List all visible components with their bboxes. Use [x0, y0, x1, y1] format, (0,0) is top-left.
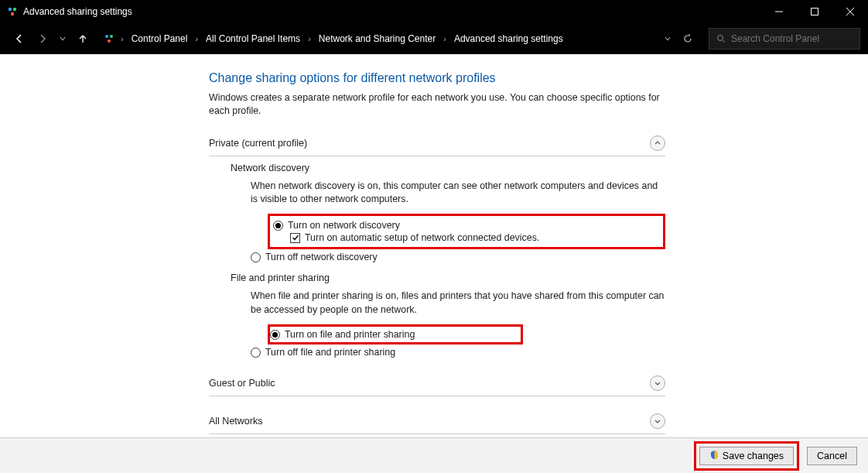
collapse-button[interactable]: [650, 135, 665, 151]
svg-rect-4: [812, 9, 818, 15]
highlight-box: Turn on file and printer sharing: [268, 324, 523, 344]
radio-icon: [273, 221, 283, 231]
radio-discovery-off[interactable]: Turn off network discovery: [251, 251, 665, 263]
breadcrumb-item[interactable]: Advanced sharing settings: [451, 32, 566, 46]
highlight-box: Turn on network discovery Turn on automa…: [268, 214, 665, 249]
window-title: Advanced sharing settings: [23, 6, 132, 17]
save-changes-button[interactable]: Save changes: [699, 447, 794, 465]
expand-button[interactable]: [650, 413, 665, 429]
shield-icon: [709, 450, 719, 462]
back-button[interactable]: [11, 30, 28, 47]
forward-button[interactable]: [34, 30, 51, 47]
profile-guest-header[interactable]: Guest or Public: [209, 372, 665, 396]
svg-point-2: [11, 12, 14, 15]
radio-icon: [270, 330, 280, 340]
search-icon: [714, 32, 728, 46]
search-input[interactable]: [731, 33, 855, 44]
radio-label: Turn on file and printer sharing: [285, 329, 415, 340]
profile-all-title: All Networks: [209, 416, 262, 427]
svg-point-9: [108, 39, 111, 43]
radio-icon: [251, 252, 261, 262]
up-button[interactable]: [74, 30, 91, 47]
chevron-right-icon: ›: [119, 34, 125, 43]
svg-point-7: [105, 35, 108, 38]
file-printer-title: File and printer sharing: [231, 272, 665, 283]
radio-discovery-on[interactable]: Turn on network discovery: [273, 219, 660, 231]
profile-all-header[interactable]: All Networks: [209, 410, 665, 434]
navigation-bar: › Control Panel › All Control Panel Item…: [0, 23, 868, 54]
chevron-right-icon: ›: [442, 34, 448, 43]
file-printer-section: File and printer sharing When file and p…: [231, 272, 665, 358]
app-icon: [6, 5, 19, 18]
svg-point-10: [718, 35, 723, 40]
checkbox-auto-setup[interactable]: Turn on automatic setup of network conne…: [290, 231, 660, 244]
cancel-button[interactable]: Cancel: [807, 447, 857, 465]
svg-line-11: [723, 40, 725, 43]
expand-button[interactable]: [650, 375, 665, 391]
radio-fileprint-off[interactable]: Turn off file and printer sharing: [251, 346, 665, 358]
page-heading: Change sharing options for different net…: [209, 71, 665, 85]
svg-point-1: [13, 8, 16, 11]
highlight-box: Save changes: [694, 441, 799, 471]
profile-guest-title: Guest or Public: [209, 378, 275, 389]
window-titlebar: Advanced sharing settings: [0, 0, 868, 23]
svg-point-8: [110, 35, 113, 38]
button-label: Save changes: [723, 451, 784, 461]
breadcrumb-item[interactable]: Control Panel: [128, 32, 191, 46]
radio-icon: [251, 348, 261, 358]
radio-label: Turn off file and printer sharing: [265, 347, 395, 358]
network-discovery-title: Network discovery: [231, 163, 665, 173]
checkbox-label: Turn on automatic setup of network conne…: [305, 232, 539, 243]
radio-fileprint-on[interactable]: Turn on file and printer sharing: [270, 328, 516, 341]
breadcrumb: › Control Panel › All Control Panel Item…: [102, 32, 566, 46]
profile-private-header[interactable]: Private (current profile): [209, 132, 665, 156]
location-icon: [102, 32, 116, 46]
maximize-button[interactable]: [797, 0, 832, 23]
dropdown-icon[interactable]: [661, 32, 675, 46]
search-box[interactable]: [709, 28, 860, 50]
page-description: Windows creates a separate network profi…: [209, 91, 665, 118]
profile-private-title: Private (current profile): [209, 138, 307, 149]
minimize-button[interactable]: [761, 0, 797, 23]
footer-bar: Save changes Cancel: [0, 437, 868, 473]
breadcrumb-item[interactable]: Network and Sharing Center: [316, 32, 439, 46]
network-discovery-section: Network discovery When network discovery…: [231, 163, 665, 264]
recent-dropdown[interactable]: [57, 30, 68, 47]
close-button[interactable]: [832, 0, 868, 23]
button-label: Cancel: [817, 451, 847, 461]
refresh-button[interactable]: [681, 32, 695, 46]
checkbox-icon: [290, 233, 300, 243]
chevron-right-icon: ›: [306, 34, 313, 43]
breadcrumb-item[interactable]: All Control Panel Items: [203, 32, 303, 46]
content-area: Change sharing options for different net…: [0, 54, 868, 437]
network-discovery-description: When network discovery is on, this compu…: [251, 180, 665, 207]
file-printer-description: When file and printer sharing is on, fil…: [251, 290, 665, 317]
chevron-right-icon: ›: [193, 34, 200, 43]
radio-label: Turn off network discovery: [265, 252, 378, 262]
svg-point-0: [9, 8, 12, 11]
radio-label: Turn on network discovery: [288, 220, 400, 231]
